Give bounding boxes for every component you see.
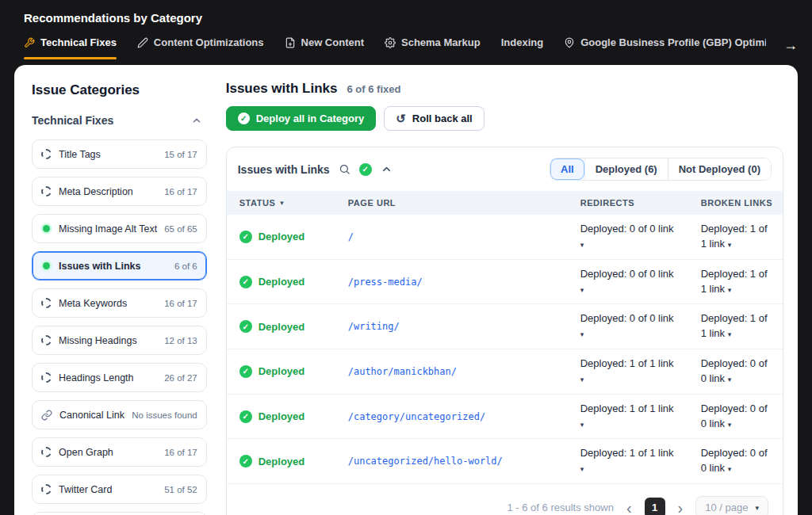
check-circle-icon: ✓ [239,231,252,243]
caret-down-icon[interactable]: ▾ [728,241,732,249]
category-item-twitter-card[interactable]: Twitter Card 51 of 52 [32,475,207,504]
caret-down-icon[interactable]: ▾ [728,465,732,473]
category-count: 16 of 17 [164,299,197,308]
table-row: ✓Deployed /uncategorized/hello-world/ De… [227,439,783,484]
tab-content-optimizations[interactable]: Content Optimizations [137,36,264,59]
category-count: 51 of 52 [164,485,197,494]
check-circle-icon: ✓ [239,320,252,333]
table-header: STATUS ▼ PAGE URL REDIRECTS BROKEN LINKS [227,191,783,215]
collapse-chevron-up-icon[interactable] [381,163,393,175]
broken-links-cell: Deployed: 0 of 0 link ▾ [701,446,772,476]
chevron-up-icon[interactable] [191,115,202,126]
tab-new-content[interactable]: New Content [285,36,364,59]
file-plus-icon [285,37,296,48]
search-icon[interactable] [339,163,350,175]
page-prev-icon[interactable]: ‹ [626,500,632,515]
link-icon [41,410,52,421]
caret-down-icon[interactable]: ▾ [728,376,732,383]
filter-all[interactable]: All [550,158,584,180]
issues-card-header: Issues with Links ✓ All Deployed (6) Not… [227,147,783,191]
filter-not-deployed[interactable]: Not Deployed (0) [668,158,771,180]
caret-down-icon[interactable]: ▾ [728,421,732,429]
caret-down-icon[interactable]: ▾ [580,465,584,473]
check-circle-icon: ✓ [239,276,252,288]
status-cell: ✓Deployed [239,410,348,423]
check-circle-icon: ✓ [239,410,252,423]
category-count: 15 of 17 [164,150,197,159]
sidebar-group-label: Technical Fixes [32,114,113,127]
category-item-headings-length[interactable]: Headings Length 26 of 27 [32,363,207,392]
category-item-meta-description[interactable]: Meta Description 16 of 17 [32,177,207,206]
page-url-link[interactable]: /uncategorized/hello-world/ [348,456,580,467]
category-count: 6 of 6 [174,261,197,271]
category-count: 65 of 65 [164,224,197,234]
redirects-cell: Deployed: 1 of 1 link ▾ [580,402,674,432]
pencil-icon [137,37,148,48]
page-size-select[interactable]: 10 / page ▾ [695,496,768,515]
tab-gbp-optimization[interactable]: Google Business Profile (GBP) Optimizati… [564,36,766,59]
deployed-filter-check-icon[interactable]: ✓ [359,163,372,176]
page-url-link[interactable]: /category/uncategorized/ [348,411,580,422]
wrench-icon [24,37,35,48]
caret-down-icon[interactable]: ▾ [580,421,584,429]
page-number[interactable]: 1 [645,498,665,515]
table-row: ✓Deployed /author/manickbhan/ Deployed: … [227,349,783,395]
tabs-scroll-right-icon[interactable]: → [774,38,798,52]
broken-links-cell: Deployed: 1 of 1 link ▾ [701,222,772,252]
results-summary: 1 - 6 of 6 results shown [508,502,614,513]
rollback-all-button[interactable]: ↺ Roll back all [384,106,484,131]
category-count: 16 of 17 [164,448,197,457]
column-status[interactable]: STATUS ▼ [239,198,348,208]
tab-schema-markup[interactable]: Schema Markup [385,36,481,59]
done-dot-icon [43,262,50,269]
sidebar-group-technical-fixes[interactable]: Technical Fixes [32,113,207,128]
issue-categories-sidebar: Issue Categories Technical Fixes Title T… [32,81,207,515]
page-url-link[interactable]: /writing/ [348,321,580,332]
page-url-link[interactable]: /press-media/ [348,277,580,288]
page-next-icon[interactable]: › [678,500,684,515]
deploy-all-label: Deploy all in Category [256,113,365,124]
category-label: Meta Keywords [59,298,127,309]
category-count: 12 of 13 [164,336,197,345]
status-cell: ✓Deployed [239,276,348,288]
action-buttons: ✓ Deploy all in Category ↺ Roll back all [226,106,783,131]
table-row: ✓Deployed / Deployed: 0 of 0 link ▾ Depl… [227,215,783,260]
sidebar-title: Issue Categories [32,82,207,98]
category-count: 16 of 17 [164,187,197,196]
category-item-canonical-link[interactable]: Canonical Link No issues found [32,400,207,429]
caret-down-icon[interactable]: ▾ [580,376,584,383]
caret-down-icon[interactable]: ▾ [580,330,584,338]
deploy-filter-segmented: All Deployed (6) Not Deployed (0) [550,158,772,181]
caret-down-icon[interactable]: ▾ [728,286,732,294]
progress-ring-icon [41,447,52,457]
caret-down-icon[interactable]: ▾ [728,330,732,338]
page-url-link[interactable]: /author/manickbhan/ [348,366,580,377]
progress-ring-icon [41,372,52,383]
progress-ring-icon [41,298,52,308]
category-label: Missing Headings [59,335,137,346]
tab-label: New Content [301,36,364,48]
category-item-missing-headings[interactable]: Missing Headings 12 of 13 [32,326,207,355]
tab-technical-fixes[interactable]: Technical Fixes [24,36,117,59]
category-item-clipped[interactable] [32,512,207,515]
category-item-missing-image-alt-text[interactable]: Missing Image Alt Text 65 of 65 [32,214,207,243]
category-tab-bar: Technical Fixes Content Optimizations Ne… [24,36,766,59]
gear-icon [385,37,396,48]
category-label: Meta Description [59,186,133,197]
pin-icon [564,37,575,48]
category-label: Canonical Link [59,410,124,421]
category-item-open-graph[interactable]: Open Graph 16 of 17 [32,437,207,467]
deploy-all-button[interactable]: ✓ Deploy all in Category [226,106,377,131]
tab-indexing[interactable]: Indexing [501,36,543,59]
caret-down-icon[interactable]: ▾ [580,241,584,249]
tab-label: Content Optimizations [154,36,264,48]
category-item-issues-with-links[interactable]: Issues with Links 6 of 6 [32,251,207,280]
rollback-icon: ↺ [396,112,406,126]
table-row: ✓Deployed /press-media/ Deployed: 0 of 0… [227,260,783,305]
page-url-link[interactable]: / [348,231,580,242]
caret-down-icon[interactable]: ▾ [580,286,584,294]
category-item-meta-keywords[interactable]: Meta Keywords 16 of 17 [32,288,207,318]
caret-down-icon: ▾ [755,504,759,512]
filter-deployed[interactable]: Deployed (6) [584,158,668,180]
category-item-title-tags[interactable]: Title Tags 15 of 17 [32,139,207,169]
